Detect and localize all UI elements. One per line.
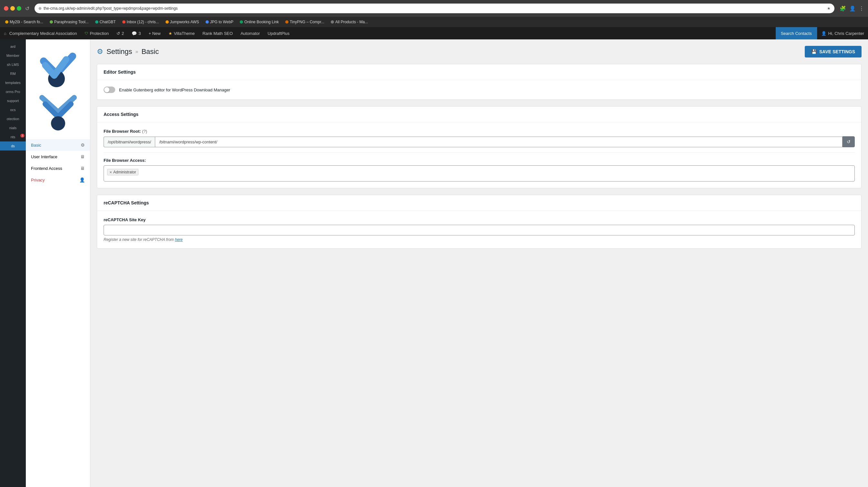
file-browser-root-label: File Browser Root: (?)	[103, 129, 855, 134]
settings-page-title: Settings	[106, 48, 132, 56]
gutenberg-toggle-row: Enable Gutenberg editor for WordPress Do…	[103, 87, 855, 93]
bookmark-paraphrasing[interactable]: Paraphrasing Tool...	[47, 19, 91, 25]
file-browser-access-field[interactable]: ✕ Administrator	[103, 165, 855, 181]
bookmark-my20i[interactable]: My20i - Search fo...	[3, 19, 46, 25]
wp-admin-bar-left: ⌂ Complementary Medical Association 🛡 Pr…	[0, 27, 776, 39]
sidebar-item-ds[interactable]: ds	[0, 141, 26, 150]
villatheme-label: VillaTheme	[174, 31, 195, 36]
sidebar-item-ard[interactable]: ard	[0, 42, 26, 51]
address-bar[interactable]: ⊕ the-cma.org.uk/wp-admin/edit.php?post_…	[34, 4, 834, 13]
browser-back-btn[interactable]: ↺	[24, 5, 31, 12]
sidebar-item-nts[interactable]: nts 3	[0, 133, 26, 141]
bookmark-icon	[331, 20, 334, 24]
adminbar-comments[interactable]: 💬 3	[128, 27, 145, 39]
adminbar-villatheme[interactable]: ★ VillaTheme	[164, 27, 199, 39]
access-settings-header: Access Settings	[97, 107, 861, 122]
sidebar-label: ocs	[10, 108, 16, 112]
profile-btn[interactable]: 👤	[849, 5, 856, 11]
recaptcha-site-key-input[interactable]	[103, 225, 855, 235]
access-settings-body: File Browser Root: (?) /opt/bitnami/word…	[97, 122, 861, 188]
sidebar-label: ds	[11, 144, 15, 148]
more-btn[interactable]: ⋮	[859, 5, 864, 11]
browser-close-btn[interactable]	[4, 6, 8, 11]
sidebar-item-member[interactable]: Member	[0, 51, 26, 60]
sidebar-item-lms[interactable]: sh LMS	[0, 60, 26, 69]
settings-gear-icon: ⚙	[97, 48, 103, 56]
sidebar-label: Member	[6, 54, 19, 57]
bookmarks-bar: My20i - Search fo... Paraphrasing Tool..…	[0, 17, 868, 27]
content-area: Basic ⚙ User Interface 🖥 Frontend Access…	[26, 39, 868, 487]
sidebar-item-docs[interactable]: ocs	[0, 105, 26, 114]
recaptcha-hint-link[interactable]: here	[175, 237, 183, 242]
file-browser-refresh-btn[interactable]: ↺	[842, 136, 855, 147]
bookmark-online-booking[interactable]: Online Booking Link	[237, 19, 281, 25]
editor-settings-body: Enable Gutenberg editor for WordPress Do…	[97, 80, 861, 99]
file-browser-access-label: File Browser Access:	[103, 158, 855, 163]
refresh-count: 2	[122, 31, 124, 36]
adminbar-refresh[interactable]: ↺ 2	[113, 27, 128, 39]
automator-label: Automator	[240, 31, 260, 36]
bookmark-allproducts[interactable]: All Products - Ma...	[328, 19, 370, 25]
file-browser-input[interactable]	[155, 137, 842, 147]
file-browser-root-field: /opt/bitnami/wordpress/ ↺	[103, 136, 855, 147]
bookmark-label: Paraphrasing Tool...	[54, 20, 89, 24]
adminbar-new[interactable]: + New	[145, 27, 164, 39]
adminbar-updraftplus[interactable]: UpdraftPlus	[264, 27, 293, 39]
svg-point-1	[51, 116, 65, 131]
bookmark-label: Inbox (12) - chris...	[127, 20, 159, 24]
bookmark-chatgbt[interactable]: ChatGBT	[93, 19, 118, 25]
bookmark-label: My20i - Search fo...	[10, 20, 43, 24]
bookmark-jumpworks[interactable]: Jumpworks AWS	[163, 19, 202, 25]
bookmark-label: ChatGBT	[100, 20, 116, 24]
plugin-menu-ui-label: User Interface	[31, 154, 57, 159]
plugin-menu-user-interface[interactable]: User Interface 🖥	[26, 151, 90, 163]
browser-minimize-btn[interactable]	[10, 6, 15, 11]
extensions-btn[interactable]: 🧩	[840, 5, 846, 11]
recaptcha-settings-body: reCAPTCHA Site Key Register a new site f…	[97, 211, 861, 248]
browser-maximize-btn[interactable]	[17, 6, 21, 11]
sidebar-label: sh LMS	[7, 63, 19, 66]
bookmark-label: Jumpworks AWS	[170, 20, 199, 24]
hi-user-item[interactable]: 👤 Hi, Chris Carpenter	[817, 27, 868, 39]
plugin-menu-basic[interactable]: Basic ⚙	[26, 139, 90, 151]
tag-remove-icon[interactable]: ✕	[110, 171, 112, 174]
search-contacts-button[interactable]: Search Contacts	[776, 27, 817, 39]
settings-header: ⚙ Settings » Basic 💾 SAVE SETTINGS	[97, 46, 862, 57]
recaptcha-settings-card: reCAPTCHA Settings reCAPTCHA Site Key Re…	[97, 195, 862, 249]
adminbar-protection[interactable]: 🛡 Protection	[81, 27, 113, 39]
comments-count: 3	[138, 31, 141, 36]
settings-page-subtitle: Basic	[141, 48, 159, 56]
sidebar-label: orms Pro	[6, 90, 20, 94]
access-tag-administrator[interactable]: ✕ Administrator	[107, 169, 138, 175]
new-label: + New	[149, 31, 160, 36]
editor-settings-header: Editor Settings	[97, 64, 861, 80]
browser-window-controls	[4, 6, 21, 11]
save-settings-button[interactable]: 💾 SAVE SETTINGS	[805, 46, 862, 57]
plugin-menu-privacy-label: Privacy	[31, 178, 45, 182]
browser-chrome: ↺ ⊕ the-cma.org.uk/wp-admin/edit.php?pos…	[0, 0, 868, 17]
access-settings-card: Access Settings File Browser Root: (?) /…	[97, 106, 862, 188]
sidebar-item-nials[interactable]: nials	[0, 123, 26, 133]
adminbar-site-name[interactable]: ⌂ Complementary Medical Association	[0, 27, 81, 39]
editor-settings-title: Editor Settings	[103, 69, 136, 75]
help-text: (?)	[142, 129, 147, 134]
bookmark-tinypng[interactable]: TinyPNG – Compr...	[283, 19, 327, 25]
plugin-menu-frontend-access[interactable]: Frontend Access 🖥	[26, 163, 90, 174]
bookmark-jpg-webp[interactable]: JPG to WebP	[203, 19, 236, 25]
sidebar-item-templates[interactable]: templates	[0, 78, 26, 87]
gutenberg-toggle[interactable]	[103, 87, 115, 93]
access-settings-title: Access Settings	[103, 112, 138, 117]
bookmark-inbox[interactable]: Inbox (12) - chris...	[120, 19, 162, 25]
sidebar-item-rm[interactable]: RM	[0, 69, 26, 78]
adminbar-rankmath[interactable]: Rank Math SEO	[198, 27, 237, 39]
plugin-sidebar: Basic ⚙ User Interface 🖥 Frontend Access…	[26, 39, 90, 487]
breadcrumb-chevron: »	[135, 49, 138, 55]
plugin-menu-frontend-label: Frontend Access	[31, 166, 62, 171]
plugin-menu-privacy[interactable]: Privacy 👤	[26, 174, 90, 186]
sidebar-item-protection[interactable]: otection	[0, 114, 26, 123]
settings-title: ⚙ Settings » Basic	[97, 48, 159, 56]
sidebar-item-support[interactable]: support	[0, 96, 26, 105]
privacy-icon: 👤	[80, 177, 85, 182]
adminbar-automator[interactable]: Automator	[237, 27, 264, 39]
sidebar-item-forms[interactable]: orms Pro	[0, 87, 26, 96]
